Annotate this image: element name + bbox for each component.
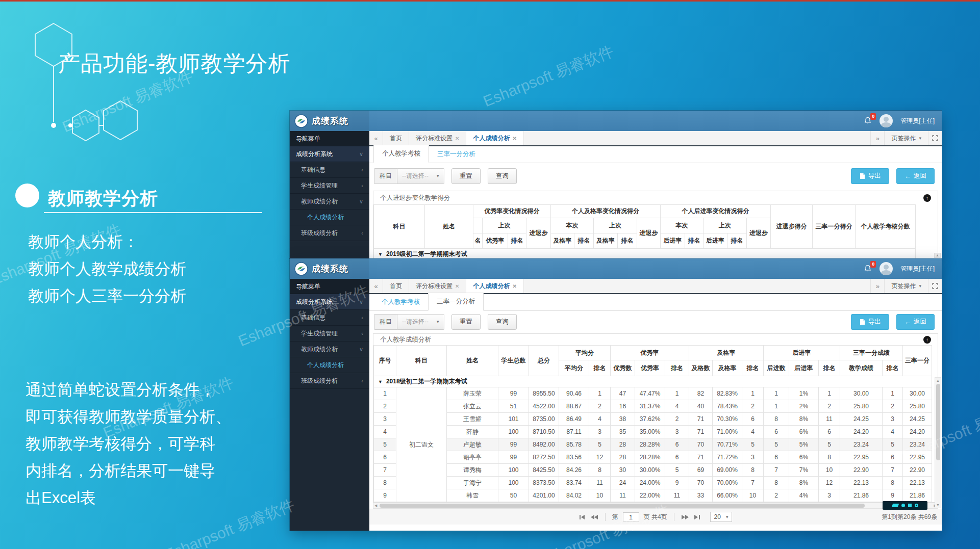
notification-bell-icon[interactable]: 0 — [864, 117, 872, 125]
tab-operations-dropdown[interactable]: 页签操作▾ — [884, 279, 928, 293]
table-row[interactable]: 6籍亭亭998272.5083.56122828.28%67171.72%366… — [374, 451, 932, 464]
scroll-up-arrow-icon[interactable]: ▲ — [934, 253, 941, 258]
scrollbar-thumb[interactable] — [936, 384, 940, 460]
fullscreen-icon[interactable] — [928, 131, 942, 145]
tab-scroll-left-icon[interactable]: « — [369, 279, 383, 293]
tab-首页[interactable]: 首页 — [383, 279, 409, 293]
table-cell: 51 — [498, 400, 529, 413]
subject-select[interactable]: --请选择--▾ — [397, 168, 444, 184]
user-name[interactable]: 管理员[主任] — [900, 117, 935, 125]
chevron-down-icon: ▾ — [437, 173, 439, 178]
sidebar-item-学生成绩管理[interactable]: 学生成绩管理‹ — [290, 326, 369, 342]
pager-last-button[interactable] — [694, 514, 700, 520]
sidebar-item-成绩分析系统[interactable]: 成绩分析系统∨ — [290, 294, 369, 310]
table-row[interactable]: 4薛静1008710.5087.1133535.00%37171.00%466%… — [374, 426, 932, 438]
user-avatar[interactable] — [880, 114, 893, 127]
subtab-个人教学考核[interactable]: 个人教学考核 — [373, 145, 429, 163]
tab-首页[interactable]: 首页 — [383, 131, 409, 145]
table-cell: 90.46 — [559, 387, 589, 400]
table-row[interactable]: 5卢超敏998492.0085.7852828.28%67070.71%555%… — [374, 438, 932, 451]
data-panel: 个人教学成绩分析 ↑ 序号科目姓名学生总数总分平均分优秀率及格率后进率三率一分成… — [373, 333, 938, 503]
sidebar-item-成绩分析系统[interactable]: 成绩分析系统∨ — [290, 146, 369, 162]
tab-scroll-left-icon[interactable]: « — [369, 131, 383, 145]
reset-button[interactable]: 重置 — [451, 314, 481, 330]
table-cell: 66.00% — [713, 489, 742, 502]
sidebar-item-教师成绩分析[interactable]: 教师成绩分析∨ — [290, 342, 369, 357]
horizontal-scrollbar[interactable]: ◀▶ — [373, 503, 938, 509]
sidebar-item-个人成绩分析[interactable]: 个人成绩分析 — [290, 357, 369, 373]
vertical-scrollbar[interactable]: ▲▼ — [935, 377, 941, 508]
close-icon[interactable]: ✕ — [455, 283, 459, 289]
collapse-panel-icon[interactable]: ↑ — [923, 194, 931, 202]
table-row[interactable]: 2张立云514522.0088.6721631.37%44078.43%212%… — [374, 400, 932, 413]
tab-operations-dropdown[interactable]: 页签操作▾ — [884, 131, 928, 145]
user-avatar[interactable] — [880, 262, 893, 275]
table-row[interactable]: 7谭秀梅1008425.5084.2683030.00%56969.00%877… — [374, 464, 932, 477]
table-cell: 22.00% — [635, 489, 665, 502]
table-cell: 1 — [589, 387, 611, 400]
table-row[interactable]: 9韩雪504201.0084.02101122.00%113366.00%102… — [374, 489, 932, 502]
close-icon[interactable]: ✕ — [455, 136, 459, 141]
tab-个人成绩分析[interactable]: 个人成绩分析✕ — [466, 131, 523, 145]
column-header: 上次 — [594, 218, 637, 233]
pager-first-button[interactable] — [579, 514, 586, 520]
tab-个人成绩分析[interactable]: 个人成绩分析✕ — [466, 279, 523, 293]
page-size-select[interactable]: 20▾ — [710, 512, 733, 522]
table-row[interactable]: 1初二语文薛玉荣998955.5090.4614747.47%18282.83%… — [374, 387, 932, 400]
reset-button[interactable]: 重置 — [451, 168, 481, 184]
subtab-三率一分分析[interactable]: 三率一分分析 — [428, 293, 484, 311]
table-row[interactable]: 3王雪娇1018735.0086.4943837.62%27170.30%688… — [374, 413, 932, 426]
sidebar-item-基础信息[interactable]: 基础信息‹ — [290, 162, 369, 178]
table-row[interactable]: 8于海宁1008373.5083.74112424.00%97070.00%78… — [374, 477, 932, 489]
table-cell: 11 — [611, 489, 635, 502]
table-cell: 8 — [742, 464, 764, 477]
fullscreen-icon[interactable] — [928, 279, 942, 293]
exam-group-row[interactable]: ▼2019级初二第一学期期末考试 — [374, 249, 916, 259]
user-name[interactable]: 管理员[主任] — [900, 265, 935, 273]
scroll-down-arrow-icon[interactable]: ▼ — [935, 503, 941, 507]
subtab-个人教学考核[interactable]: 个人教学考核 — [373, 294, 428, 310]
export-button[interactable]: 导出 — [851, 314, 889, 330]
sidebar-item-label: 学生成绩管理 — [301, 178, 338, 194]
table-cell: 100 — [498, 464, 529, 477]
window-header: 成绩系统 0 管理员[主任] — [290, 258, 942, 279]
table-cell: 24.20 — [903, 426, 932, 438]
tab-scroll-right-icon[interactable]: » — [870, 279, 884, 293]
search-button[interactable]: 查询 — [488, 168, 517, 184]
sidebar-item-班级成绩分析[interactable]: 班级成绩分析‹ — [290, 373, 369, 389]
tab-scroll-right-icon[interactable]: » — [870, 131, 884, 145]
table-cell: 4201.00 — [529, 489, 559, 502]
close-icon[interactable]: ✕ — [512, 136, 516, 141]
table-cell: 70 — [689, 477, 713, 489]
back-button[interactable]: ← 返回 — [896, 168, 935, 184]
sidebar-item-个人成绩分析[interactable]: 个人成绩分析 — [290, 210, 369, 225]
column-header: 个人及格率变化情况得分 — [551, 205, 661, 218]
back-button[interactable]: ← 返回 — [896, 314, 935, 330]
column-header: 及格率 — [689, 346, 764, 360]
sidebar-item-基础信息[interactable]: 基础信息‹ — [290, 310, 369, 326]
collapse-panel-icon[interactable]: ↑ — [923, 336, 931, 344]
search-button[interactable]: 查询 — [488, 314, 517, 330]
subject-select[interactable]: --请选择--▾ — [397, 314, 444, 330]
page-number-input[interactable]: 1 — [623, 512, 639, 521]
subtab-三率一分分析[interactable]: 三率一分分析 — [429, 146, 484, 163]
pager-prev-button[interactable] — [590, 514, 598, 520]
pager-next-button[interactable] — [681, 514, 689, 520]
table-cell: 8955.50 — [529, 387, 559, 400]
sidebar-item-班级成绩分析[interactable]: 班级成绩分析‹ — [290, 225, 369, 241]
tab-评分标准设置[interactable]: 评分标准设置✕ — [409, 279, 466, 293]
scroll-up-arrow-icon[interactable]: ▲ — [935, 378, 941, 383]
table-cell: 7 — [764, 464, 789, 477]
tab-评分标准设置[interactable]: 评分标准设置✕ — [409, 131, 466, 145]
sidebar-item-学生成绩管理[interactable]: 学生成绩管理‹ — [290, 178, 369, 194]
panel-title-bar: 个人进退步变化教学得分 ↑ — [373, 191, 938, 204]
notification-bell-icon[interactable]: 0 — [864, 265, 872, 273]
chevron-down-icon: ▾ — [919, 136, 921, 141]
scroll-left-arrow-icon[interactable]: ◀ — [374, 503, 377, 508]
export-button[interactable]: 导出 — [851, 168, 889, 184]
scrollbar-thumb[interactable] — [380, 504, 865, 508]
close-icon[interactable]: ✕ — [512, 283, 516, 289]
exam-group-row[interactable]: ▼2018级初二第一学期期末考试 — [374, 376, 932, 387]
column-header: 及格率 — [551, 233, 574, 249]
sidebar-item-教师成绩分析[interactable]: 教师成绩分析∨ — [290, 194, 369, 210]
